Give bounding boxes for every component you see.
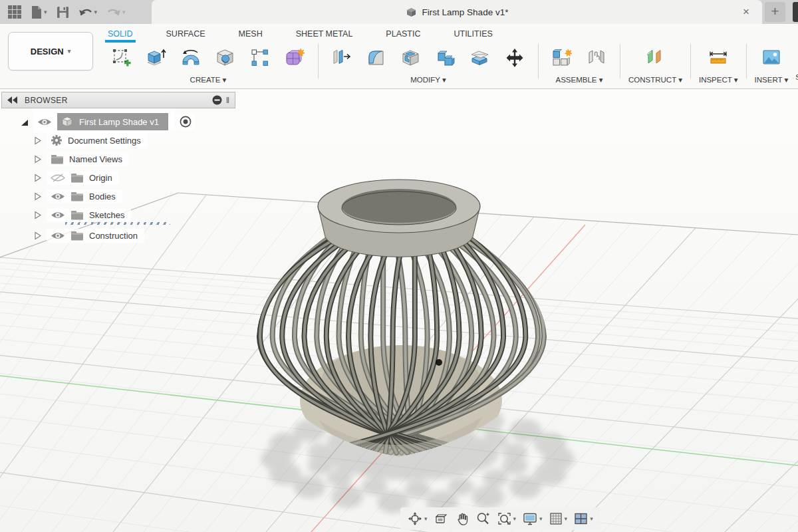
browser-item-named-views[interactable]: Named Views — [1, 150, 235, 168]
group-label-inspect[interactable]: INSPECT ▾ — [699, 75, 738, 84]
root-item-chip[interactable]: First Lamp Shade v1 — [33, 111, 175, 132]
expand-triangle-icon[interactable] — [33, 211, 42, 219]
expand-triangle-icon[interactable] — [33, 155, 42, 164]
document-cube-icon — [406, 7, 417, 18]
expand-triangle-icon[interactable] — [33, 192, 42, 201]
browser-item-sketches[interactable]: Sketches — [1, 205, 235, 224]
double-chevron-left-icon[interactable] — [7, 96, 18, 104]
new-tab-button[interactable]: + — [765, 2, 785, 22]
redo-button[interactable]: ▾ — [106, 6, 126, 18]
orbit-button[interactable]: ▾ — [406, 509, 430, 528]
design-workspace-selector[interactable]: DESIGN ▾ — [8, 32, 93, 70]
eye-icon[interactable] — [51, 192, 65, 201]
joint-icon — [586, 47, 607, 68]
ribbon-toolbar: DESIGN ▾ SOLIDSURFACEMESHSHEET METALPLAS… — [0, 24, 798, 89]
browser-item-origin[interactable]: Origin — [1, 168, 235, 187]
ribbon-tab-surface[interactable]: SURFACE — [165, 27, 207, 43]
save-button[interactable] — [57, 6, 69, 19]
activate-component-radio[interactable] — [176, 114, 195, 130]
create-sketch-button[interactable] — [106, 43, 137, 73]
ribbon-overflow-label[interactable]: S — [795, 73, 798, 81]
construct-plane-button[interactable] — [640, 43, 670, 73]
close-tab-button[interactable]: × — [739, 5, 753, 19]
measure-button[interactable] — [703, 43, 733, 73]
group-label-create[interactable]: CREATE ▾ — [190, 75, 227, 84]
pan-icon — [455, 511, 469, 526]
browser-header[interactable]: BROWSER ‖ — [1, 92, 235, 108]
sketch-point-dot[interactable] — [436, 359, 442, 366]
panel-grip[interactable]: ‖ — [226, 95, 229, 105]
lamp-collar[interactable] — [318, 180, 480, 257]
hole-button[interactable] — [210, 43, 241, 73]
eye-icon[interactable] — [37, 118, 52, 126]
fillet-button[interactable] — [361, 43, 392, 73]
group-label-modify[interactable]: MODIFY ▾ — [410, 75, 446, 84]
shell-button[interactable] — [396, 43, 426, 73]
expand-triangle-icon[interactable] — [20, 118, 29, 126]
browser-item-chip[interactable]: Sketches — [47, 208, 131, 222]
revolve-button[interactable] — [176, 43, 206, 73]
browser-item-chip[interactable]: Bodies — [47, 190, 122, 203]
ribbon-tab-solid[interactable]: SOLID — [106, 27, 134, 43]
move-copy-button[interactable] — [499, 43, 530, 73]
root-item-label: First Lamp Shade v1 — [79, 117, 159, 127]
chevron-down-icon[interactable]: ▾ — [590, 516, 593, 522]
group-label-assemble[interactable]: ASSEMBLE ▾ — [556, 75, 603, 84]
zoom-button[interactable] — [473, 509, 493, 528]
chevron-down-icon[interactable]: ▾ — [44, 9, 47, 15]
radio-target-icon[interactable] — [180, 116, 192, 128]
browser-item-chip[interactable]: Document Settings — [47, 132, 148, 148]
ribbon-tab-plastic[interactable]: PLASTIC — [384, 27, 422, 43]
extrude-button[interactable] — [141, 43, 172, 73]
file-menu-button[interactable]: ▾ — [31, 5, 47, 19]
minus-circle-icon[interactable] — [212, 95, 222, 105]
create-form-button[interactable] — [279, 43, 310, 73]
fit-button[interactable]: ▾ — [495, 509, 519, 528]
browser-item-chip[interactable]: Origin — [47, 171, 119, 185]
eye-icon[interactable] — [51, 231, 65, 240]
expand-triangle-icon[interactable] — [33, 231, 42, 240]
expand-triangle-icon[interactable] — [33, 174, 42, 182]
chevron-down-icon[interactable]: ▾ — [565, 516, 568, 522]
browser-item-chip[interactable]: Named Views — [47, 152, 129, 166]
ribbon-tab-utilities[interactable]: UTILITIES — [452, 27, 493, 43]
ribbon-tab-sheet-metal[interactable]: SHEET METAL — [295, 27, 354, 43]
chevron-down-icon[interactable]: ▾ — [513, 516, 517, 522]
eye-hidden-icon[interactable] — [51, 173, 65, 183]
group-label-construct[interactable]: CONSTRUCT ▾ — [628, 75, 682, 84]
combine-button[interactable] — [430, 43, 461, 73]
ribbon-tab-mesh[interactable]: MESH — [237, 27, 264, 43]
browser-item-construction[interactable]: Construction — [1, 226, 235, 245]
document-tab[interactable]: First Lamp Shade v1* × — [152, 0, 762, 24]
pan-button[interactable] — [453, 509, 471, 528]
browser-item-bodies[interactable]: Bodies — [1, 187, 235, 205]
split-body-button[interactable] — [465, 43, 495, 73]
browser-item-chip[interactable]: Construction — [47, 229, 144, 243]
display-settings-button[interactable]: ▾ — [520, 509, 545, 528]
chevron-down-icon[interactable]: ▾ — [424, 516, 428, 522]
grid-display-button[interactable]: ▾ — [547, 509, 570, 528]
viewports-button[interactable]: ▾ — [571, 509, 595, 528]
group-label-insert[interactable]: INSERT ▾ — [755, 75, 789, 84]
browser-root-row[interactable]: First Lamp Shade v1 — [1, 112, 235, 131]
root-item-selected[interactable]: First Lamp Shade v1 — [57, 113, 168, 130]
browser-item-label: Bodies — [89, 192, 116, 201]
sketch-curve-decoration — [65, 222, 170, 225]
eye-icon[interactable] — [51, 211, 65, 219]
insert-canvas-button[interactable] — [756, 43, 787, 73]
chevron-down-icon[interactable]: ▾ — [94, 9, 98, 15]
look-at-icon — [434, 511, 449, 526]
extrude-icon — [146, 47, 167, 68]
look-at-button[interactable] — [432, 509, 451, 528]
joint-button[interactable] — [581, 43, 612, 73]
new-component-button[interactable] — [547, 43, 577, 73]
app-menu-button[interactable] — [8, 5, 21, 19]
press-pull-button[interactable] — [327, 43, 357, 73]
undo-button[interactable]: ▾ — [78, 6, 98, 18]
browser-item-document-settings[interactable]: Document Settings — [1, 131, 235, 150]
next-tab-edge — [793, 2, 798, 22]
expand-triangle-icon[interactable] — [33, 136, 42, 145]
pattern-button[interactable] — [245, 43, 275, 73]
chevron-down-icon[interactable]: ▾ — [539, 516, 543, 522]
chevron-down-icon[interactable]: ▾ — [122, 9, 126, 15]
